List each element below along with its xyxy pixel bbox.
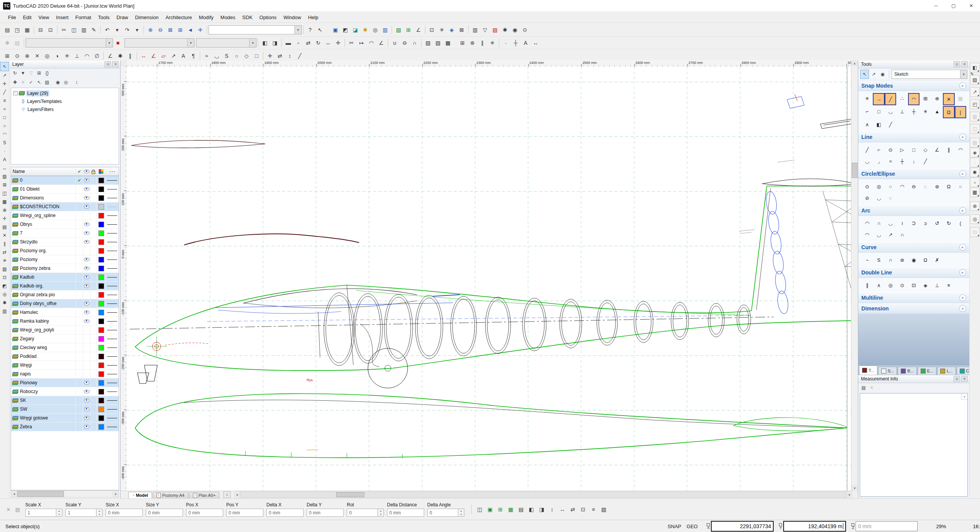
edit-curve-icon[interactable]: ✗ (931, 255, 943, 265)
ellipse-rotated-icon[interactable]: Ω (943, 181, 954, 192)
layer-active-cell[interactable] (75, 290, 83, 299)
field-input[interactable]: 0 mm (226, 509, 263, 517)
palette-tab-t[interactable]: T... (859, 366, 877, 375)
chevron-up-icon[interactable]: « (959, 134, 966, 140)
no-snap-icon[interactable]: ✳ (861, 93, 873, 104)
layer-color-cell[interactable] (96, 220, 105, 228)
scroll-up-icon[interactable]: ▴ (961, 393, 967, 400)
layer-color-cell[interactable] (96, 202, 105, 211)
pen-table-icon[interactable]: ▤ (12, 38, 22, 48)
zoom-in-icon[interactable]: ⊕ (145, 25, 155, 35)
layer-color-cell[interactable] (96, 405, 105, 413)
arc-double-point-icon[interactable]: ◡ (885, 218, 896, 228)
align-icon[interactable]: ▬ (283, 38, 293, 48)
redo-icon[interactable]: ↷ (122, 25, 132, 35)
menu-modes[interactable]: Modes (217, 13, 239, 22)
section-header-double-line[interactable]: Double Line« (858, 267, 969, 278)
arc-tan-3-icon[interactable]: ↺ (931, 218, 943, 228)
cloud-icon[interactable]: ◌ (970, 158, 980, 167)
layer-color-cell[interactable] (96, 282, 105, 290)
select-by-layer-icon[interactable]: ↖ (35, 78, 43, 86)
layer-visible-cell[interactable] (83, 414, 90, 422)
polyline-tool-icon[interactable]: ≈ (0, 105, 8, 113)
arc-start-angle-icon[interactable]: ◠ (861, 229, 873, 240)
undo-list-icon[interactable]: ▾ (112, 25, 122, 35)
tangent-from-arc-icon[interactable]: ◡ (861, 156, 873, 166)
layer-color-cell[interactable] (96, 290, 105, 299)
block-icon[interactable]: ◈ (447, 25, 457, 35)
polygon-icon[interactable]: ▷ (896, 144, 908, 155)
polygon-tool-icon[interactable]: ◇ (242, 51, 252, 61)
view-tool-icon[interactable]: ⊡ (0, 273, 8, 282)
layer-linestyle-cell[interactable] (105, 343, 119, 352)
zoom-window-icon[interactable]: ⊠ (165, 25, 175, 35)
layer-color-cell[interactable] (96, 255, 105, 264)
layer-linestyle-cell[interactable] (105, 361, 119, 369)
model-canvas[interactable]: Rys. (127, 67, 853, 491)
shrink-icon[interactable]: ⇄ (275, 51, 285, 61)
arc-center-radius-icon[interactable]: ◠ (861, 218, 873, 228)
perpendicular-line-icon[interactable]: ∠ (931, 144, 943, 155)
snap-nearest-toggle-icon[interactable]: ✕ (32, 51, 42, 61)
layer-linestyle-cell[interactable] (105, 387, 119, 396)
layer-linestyle-cell[interactable] (105, 335, 119, 343)
entity-info-icon[interactable]: ▥ (470, 25, 480, 35)
column-visible-icon[interactable] (83, 167, 90, 176)
layer-row[interactable]: Wregi_org_polyli (11, 326, 119, 335)
layer-active-cell[interactable] (75, 185, 83, 193)
layer-linestyle-cell[interactable] (105, 423, 119, 431)
ellipse-arc-icon[interactable]: ◡ (873, 193, 884, 203)
layer-linestyle-cell[interactable] (105, 211, 119, 220)
layer-active-cell[interactable] (75, 379, 83, 387)
snap-intersection-icon[interactable]: ✕ (943, 93, 954, 105)
chevron-up-icon[interactable]: « (959, 207, 966, 214)
circle-double-point-icon[interactable]: ○ (885, 181, 896, 192)
named-views-icon[interactable]: ▥ (380, 25, 390, 35)
layer-linestyle-cell[interactable] (105, 202, 119, 211)
layer-visible-cell[interactable] (83, 220, 90, 228)
point-marker-icon[interactable]: · (501, 38, 511, 48)
layer-row[interactable]: Kadłub org. (11, 282, 119, 290)
zoom-tool-icon[interactable]: ⊕ (0, 206, 8, 214)
layer-active-cell[interactable] (75, 211, 83, 220)
layer-active-cell[interactable] (75, 335, 83, 343)
layer-lock-cell[interactable] (90, 361, 96, 369)
circle-icon[interactable]: ○ (0, 122, 8, 130)
layer-linestyle-cell[interactable] (105, 414, 119, 422)
layer-linestyle-cell[interactable] (105, 246, 119, 255)
layers-tool-icon[interactable]: ▤ (0, 223, 8, 231)
menu-view[interactable]: View (35, 13, 52, 22)
layer-active-cell[interactable] (75, 405, 83, 413)
layer-active-cell[interactable] (75, 202, 83, 211)
snap-quad-point-icon[interactable]: □ (873, 106, 884, 117)
layer-templates-icon[interactable]: {} (43, 69, 51, 77)
snap-middle-toggle-icon[interactable]: ⊕ (22, 51, 32, 61)
layer-color-cell[interactable] (96, 352, 105, 361)
arc-icon[interactable]: ◠ (0, 130, 8, 139)
modify-node-icon[interactable]: ✛ (265, 51, 275, 61)
undo-icon[interactable]: ↶ (102, 25, 112, 35)
layer-linestyle-cell[interactable] (105, 220, 119, 228)
line-icon[interactable]: ╱ (861, 144, 873, 155)
print-icon[interactable]: ⊟ (36, 25, 46, 35)
move-icon[interactable]: ✛ (333, 38, 343, 48)
layer-visible-cell[interactable] (83, 396, 90, 405)
show-grid-icon[interactable]: ▣ (485, 504, 495, 514)
layer-linestyle-cell[interactable] (105, 396, 119, 405)
layer-visible-cell[interactable] (83, 229, 90, 237)
ellipse-fixed-icon[interactable]: ⊘ (861, 193, 873, 203)
parallel-line-icon[interactable]: ∥ (943, 144, 954, 155)
hatch-tool-icon[interactable]: ▨ (0, 172, 8, 181)
split-icon[interactable]: ╱ (295, 51, 305, 61)
measure-angle-icon[interactable]: ∠ (149, 51, 158, 61)
open-icon[interactable]: ◳ (12, 25, 22, 35)
rotated-rectangle-icon[interactable]: ◇ (920, 144, 931, 155)
extend-icon[interactable]: ↦ (356, 38, 366, 48)
layer-lock-cell[interactable] (90, 352, 96, 361)
mesh-toggle-icon[interactable]: ▦ (506, 504, 516, 514)
multiline-tool-icon[interactable]: ≡ (0, 96, 8, 105)
layer-active-cell[interactable] (75, 299, 83, 308)
image-icon[interactable]: ▩ (443, 38, 453, 48)
snap-quadrant-toggle-icon[interactable]: ◑ (52, 51, 62, 61)
layer-visible-cell[interactable] (83, 405, 90, 413)
